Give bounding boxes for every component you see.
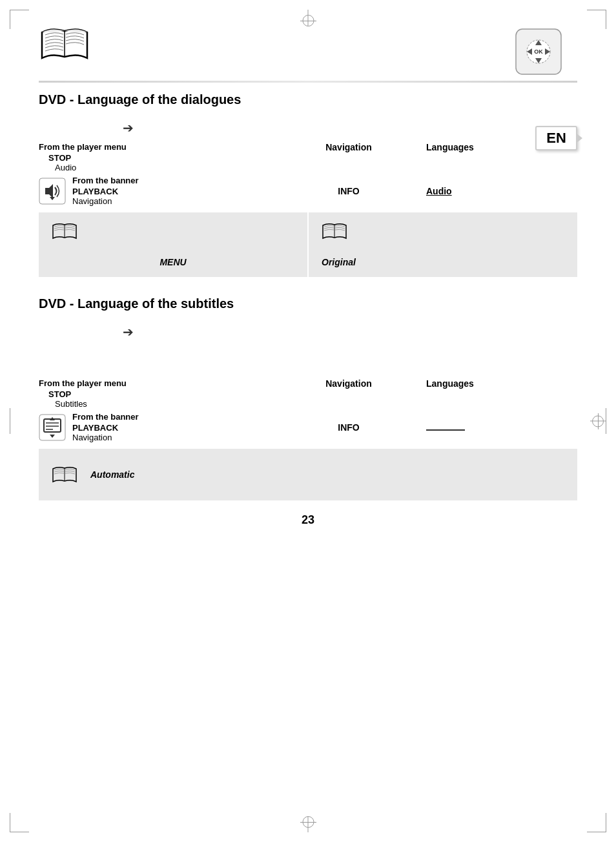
gray-box-section2: Automatic xyxy=(39,449,577,500)
spacer xyxy=(39,346,577,378)
banner-label-area-2: From the banner PLAYBACK Navigation xyxy=(39,412,284,442)
main-content: OK DVD - Language of the dialogues ➔ EN … xyxy=(0,0,616,553)
header-separator xyxy=(39,81,577,83)
languages-col-2: Languages xyxy=(413,378,577,389)
playback-text-2: PLAYBACK xyxy=(72,423,285,433)
from-player-menu-row: From the player menu STOP Audio Navigati… xyxy=(39,142,577,172)
from-banner-row-2: From the banner PLAYBACK Navigation INFO xyxy=(39,412,577,442)
from-player-menu-row-2: From the player menu STOP Subtitles Navi… xyxy=(39,378,577,409)
from-player-menu-header-2: From the player menu xyxy=(39,378,284,388)
languages-text: Languages xyxy=(426,142,474,152)
remote-control: OK xyxy=(500,26,577,77)
banner-text-col-2: From the banner PLAYBACK Navigation xyxy=(72,412,285,442)
from-banner-header: From the banner xyxy=(72,176,285,185)
stop-label: STOP xyxy=(39,153,284,163)
navigation-col: Navigation xyxy=(284,142,413,152)
languages-text-2: Languages xyxy=(426,378,474,389)
corner-mark-bl xyxy=(10,813,29,832)
player-menu-label-col: From the player menu STOP Audio xyxy=(39,142,284,172)
gray-box-right: Original xyxy=(309,212,577,277)
nav-sub-text-2: Navigation xyxy=(72,433,285,442)
dashes-line xyxy=(426,429,465,431)
menu-text: MENU xyxy=(159,257,186,267)
section1-header: OK xyxy=(39,26,577,77)
arrow-indicator-2: ➔ xyxy=(123,324,577,340)
arrow-indicator-1: ➔ xyxy=(123,120,577,136)
from-banner-row: From the banner PLAYBACK Navigation INFO… xyxy=(39,176,577,206)
original-text: Original xyxy=(322,257,356,267)
player-menu-label-col-2: From the player menu STOP Subtitles xyxy=(39,378,284,409)
dashes-col xyxy=(413,422,577,433)
navigation-col-2: Navigation xyxy=(284,378,413,389)
gray-box-book-section2 xyxy=(52,466,77,484)
gray-box-book-left xyxy=(52,222,77,240)
navigation-text: Navigation xyxy=(325,142,372,152)
section2-title: DVD - Language of the subtitles xyxy=(39,296,577,311)
audio-link-col: Audio xyxy=(413,186,577,196)
audio-label: Audio xyxy=(39,163,284,172)
en-badge: EN xyxy=(535,126,577,150)
speaker-icon xyxy=(39,178,66,205)
info-text-2: INFO xyxy=(284,422,413,433)
audio-link: Audio xyxy=(426,186,452,196)
book-icon-large xyxy=(39,26,90,61)
from-player-menu-header: From the player menu xyxy=(39,142,284,152)
banner-label-area: From the banner PLAYBACK Navigation xyxy=(39,176,284,206)
gray-box-book-right xyxy=(322,222,347,240)
subtitles-label: Subtitles xyxy=(39,399,284,409)
stop-label-2: STOP xyxy=(39,389,284,399)
crosshair-bottom xyxy=(308,816,309,832)
from-banner-header-2: From the banner xyxy=(72,412,285,422)
automatic-text: Automatic xyxy=(90,469,134,480)
info-text: INFO xyxy=(284,186,413,196)
navigation-text-2: Navigation xyxy=(325,378,372,389)
corner-mark-br xyxy=(587,813,606,832)
page-number: 23 xyxy=(39,513,577,527)
nav-sub-text: Navigation xyxy=(72,196,285,206)
gray-box-left: MENU xyxy=(39,212,307,277)
subtitle-icon xyxy=(39,414,66,441)
banner-text-col: From the banner PLAYBACK Navigation xyxy=(72,176,285,206)
gray-boxes-section1: MENU Original xyxy=(39,212,577,277)
playback-text: PLAYBACK xyxy=(72,187,285,196)
section1-title: DVD - Language of the dialogues xyxy=(39,92,577,107)
svg-text:OK: OK xyxy=(534,48,543,55)
